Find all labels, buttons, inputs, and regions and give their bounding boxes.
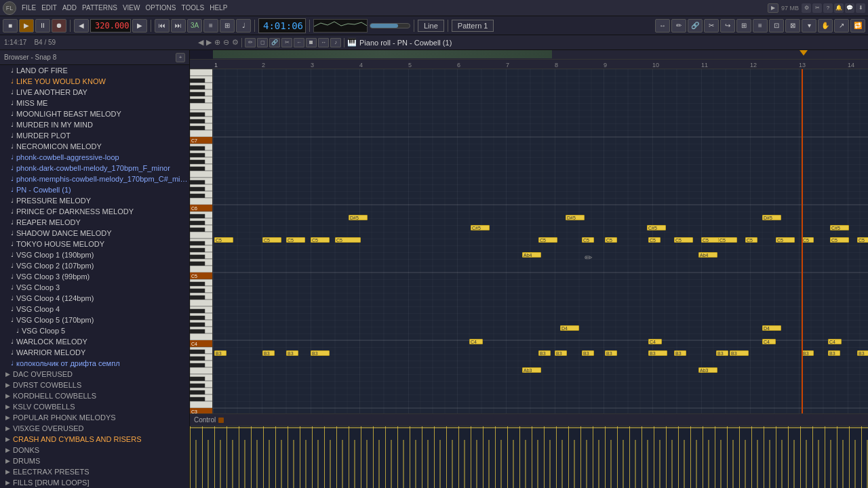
sidebar-item-12[interactable]: ♩phonk-dark-cowbell-melody_170bpm_F_mino… [0,163,189,174]
menu-add[interactable]: ADD [62,4,77,12]
pr-zoom-out[interactable]: ⊖ [223,38,229,47]
play-button[interactable]: ▶ [19,19,34,33]
sidebar-item-29[interactable]: ♩WARRIOR MELODY [0,347,189,358]
bpm-up[interactable]: ▶ [132,19,147,33]
note[interactable]: C5 [311,237,330,243]
sidebar-item-36[interactable]: ▶VI5XGE OVERUSED [0,423,189,434]
note[interactable]: C#5 [830,225,849,230]
pr-tool8[interactable]: ♪ [330,38,341,47]
sidebar-item-10[interactable]: ♩NECROMICON MELODY [0,141,189,152]
sidebar-item-41[interactable]: ▶FILLS [DRUM LOOPS] [0,477,189,488]
piano-roll-grid[interactable]: D#5 D#5 D#5 D#5 D#5 C#5 C#5 C#5 C#5 C5 C… [213,69,868,413]
note[interactable]: C5 [718,237,737,243]
pr-tool6[interactable]: ⏹ [306,38,317,47]
stop-button[interactable]: ■ [3,19,18,33]
pr-zoom-in[interactable]: ⊕ [214,38,220,47]
note[interactable]: C5 [262,237,281,243]
note[interactable]: D4 [560,325,579,331]
control-close[interactable] [218,418,224,423]
sidebar-item-35[interactable]: ▶POPULAR PHONK MELODYS [0,412,189,423]
pause-button[interactable]: ⏸ [35,19,50,33]
sidebar-item-25[interactable]: ♩VSG Cloop 4 [0,304,189,314]
sidebar-item-19[interactable]: ♩TOKYO HOUSE MELODY [0,239,189,249]
ff-button[interactable]: ⏭ [171,19,186,33]
note[interactable]: B3 [582,350,594,356]
sidebar-item-20[interactable]: ♩VSG Cloop 1 (190bpm) [0,249,189,260]
pr-tool7[interactable]: ↔ [318,38,329,47]
note[interactable]: B3 [214,350,226,356]
sidebar-item-28[interactable]: ♩WARLOCK MELODY [0,336,189,347]
loop-button[interactable]: 3A [187,19,202,33]
sidebar-item-33[interactable]: ▶KORDHELL COWBELLS [0,390,189,401]
record-button[interactable]: ⏺ [52,19,66,33]
bpm-display[interactable]: 320.000 [90,19,131,33]
note[interactable]: B3 [262,350,275,356]
note[interactable]: C5 [745,237,757,243]
sidebar-item-8[interactable]: ♩MURDER IN MY MIND [0,119,189,130]
sidebar-item-40[interactable]: ▶ELECTRAX PRESETS [0,466,189,477]
note[interactable]: B3 [538,350,551,356]
tool5[interactable]: ↪ [720,19,735,33]
note[interactable]: C5 [582,237,594,243]
mixer-button[interactable]: ≡ [203,19,218,33]
note[interactable]: C5 [286,237,305,243]
note[interactable]: C5 [776,237,795,243]
tool1[interactable]: ↔ [655,19,670,33]
tool2[interactable]: ✏ [671,19,686,33]
note[interactable]: C5 [648,237,660,243]
piano-roll-button[interactable]: ♩ [236,19,251,33]
note[interactable]: B3 [555,350,567,356]
menu-view[interactable]: VIEW [123,4,140,12]
sidebar-item-37[interactable]: ▶CRASH AND CYMBALS AND RISERS [0,434,189,445]
note[interactable]: D#5 [566,215,585,220]
sidebar-item-30[interactable]: ♩колокольчик от дрифта семпл [0,358,189,369]
pr-nav-left[interactable]: ◀ [198,38,203,47]
sidebar-item-26[interactable]: ♩VSG Cloop 5 (170bpm) [0,314,189,325]
sidebar-item-32[interactable]: ▶DVRST COWBELLS [0,380,189,390]
note[interactable]: C5 [802,237,814,243]
sidebar-item-13[interactable]: ♩phonk-memphis-cowbell-melody_170bpm_C#_… [0,174,189,184]
pr-tool3[interactable]: 🔗 [269,38,280,47]
note[interactable]: Ab3 [698,367,717,373]
note[interactable]: C4 [469,339,483,344]
menu-help[interactable]: HELP [210,4,227,12]
pr-tool2[interactable]: ◻ [257,38,268,47]
note[interactable]: C4 [648,339,662,344]
pr-tool4[interactable]: ✂ [281,38,292,47]
sidebar-item-24[interactable]: ♩VSG Cloop 4 (124bpm) [0,293,189,304]
note[interactable]: C5 [335,237,361,243]
note[interactable]: B3 [828,350,840,356]
bpm-down[interactable]: ◀ [74,19,89,33]
sidebar-item-21[interactable]: ♩VSG Cloop 2 (107bpm) [0,260,189,271]
note[interactable]: D#5 [349,215,368,220]
note[interactable]: B3 [286,350,298,356]
note[interactable]: C#5 [647,225,666,230]
note[interactable]: B3 [311,350,330,356]
pattern-select[interactable]: Pattern 1 [452,20,494,32]
tool3[interactable]: 🔗 [688,19,703,33]
note[interactable]: C5 [857,237,868,243]
menu-tools[interactable]: TOOLS [181,4,204,12]
sidebar-item-31[interactable]: ▶DAC OVERUSED [0,369,189,380]
note[interactable]: Ab4 [698,252,717,258]
pr-nav-right[interactable]: ▶ [206,38,212,47]
note[interactable]: C5 [538,237,557,243]
note[interactable]: C#5 [471,225,490,230]
menu-patterns[interactable]: PATTERNS [82,4,117,12]
sidebar-item-17[interactable]: ♩REAPER MELODY [0,217,189,228]
master-volume[interactable] [370,23,410,28]
note[interactable]: C5 [605,237,617,243]
note[interactable]: B3 [857,350,868,356]
tool13[interactable]: 🔁 [850,19,865,33]
mode-select[interactable]: Line [418,20,444,32]
pr-settings[interactable]: ⚙ [232,38,239,47]
sidebar-item-16[interactable]: ♩PRINCE OF DARKNESS MELODY [0,206,189,217]
note[interactable]: C4 [828,339,842,344]
tool4[interactable]: ✂ [704,19,719,33]
note[interactable]: C5 [830,237,849,243]
note[interactable]: C5 [214,237,233,243]
sidebar-item-5[interactable]: ♩LIVE ANOTHER DAY [0,87,189,98]
sidebar-item-7[interactable]: ♩MOONLIGHT BEAST MELODY [0,108,189,119]
note[interactable]: D#5 [762,215,781,220]
menu-file[interactable]: FILE [22,4,36,12]
